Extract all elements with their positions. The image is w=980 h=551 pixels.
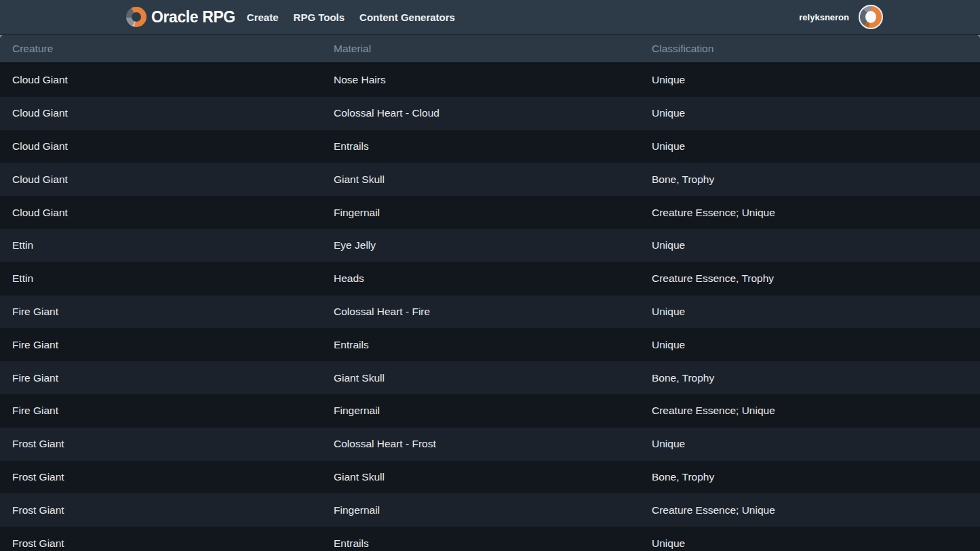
table-row: Frost Giant Giant Skull Bone, Trophy xyxy=(0,461,980,494)
cell-creature: Fire Giant xyxy=(0,328,321,361)
cell-material: Heads xyxy=(321,262,640,295)
cell-classification: Creature Essence, Trophy xyxy=(640,262,980,295)
nav-link-create[interactable]: Create xyxy=(247,12,279,23)
table-row: Fire Giant Entrails Unique xyxy=(0,328,980,361)
cell-classification: Unique xyxy=(640,527,980,551)
username-label: relyksneron xyxy=(799,12,849,22)
cell-creature: Fire Giant xyxy=(0,394,321,428)
cell-material: Giant Skull xyxy=(321,461,640,494)
table-row: Fire Giant Giant Skull Bone, Trophy xyxy=(0,361,980,394)
column-header-material: Material xyxy=(321,35,640,62)
cell-classification: Unique xyxy=(640,295,980,329)
table-row: Frost Giant Fingernail Creature Essence;… xyxy=(0,493,980,527)
table-row: Ettin Heads Creature Essence, Trophy xyxy=(0,262,980,295)
column-header-creature: Creature xyxy=(0,35,321,62)
table-row: Fire Giant Fingernail Creature Essence; … xyxy=(0,394,980,428)
nav-link-content-generators[interactable]: Content Generators xyxy=(359,12,455,23)
table-row: Frost Giant Entrails Unique xyxy=(0,527,980,551)
materials-table: Creature Material Classification Cloud G… xyxy=(0,35,980,551)
cell-creature: Cloud Giant xyxy=(0,64,321,97)
cell-material: Colossal Heart - Fire xyxy=(321,295,640,329)
brand[interactable]: Oracle RPG xyxy=(126,7,235,27)
cell-material: Entrails xyxy=(321,527,640,551)
cell-classification: Unique xyxy=(640,64,980,97)
table-row: Cloud Giant Colossal Heart - Cloud Uniqu… xyxy=(0,97,980,130)
table-row: Frost Giant Colossal Heart - Frost Uniqu… xyxy=(0,428,980,461)
cell-creature: Frost Giant xyxy=(0,527,321,551)
cell-creature: Cloud Giant xyxy=(0,163,321,196)
table-row: Cloud Giant Entrails Unique xyxy=(0,130,980,163)
table-header-row: Creature Material Classification xyxy=(0,35,980,64)
cell-creature: Ettin xyxy=(0,229,321,262)
column-header-classification: Classification xyxy=(640,35,980,62)
cell-material: Eye Jelly xyxy=(321,229,640,262)
cell-creature: Cloud Giant xyxy=(0,196,321,229)
cell-material: Nose Hairs xyxy=(321,64,640,97)
cell-creature: Frost Giant xyxy=(0,461,321,494)
cell-creature: Fire Giant xyxy=(0,361,321,394)
oracle-rpg-avatar-icon[interactable] xyxy=(859,5,883,29)
table-row: Cloud Giant Giant Skull Bone, Trophy xyxy=(0,163,980,196)
table-body: Cloud Giant Nose Hairs Unique Cloud Gian… xyxy=(0,64,980,551)
nav-link-rpg-tools[interactable]: RPG Tools xyxy=(294,12,345,23)
table-row: Fire Giant Colossal Heart - Fire Unique xyxy=(0,295,980,329)
cell-classification: Unique xyxy=(640,428,980,461)
cell-material: Fingernail xyxy=(321,394,640,428)
cell-material: Entrails xyxy=(321,328,640,361)
cell-creature: Cloud Giant xyxy=(0,130,321,163)
cell-material: Fingernail xyxy=(321,493,640,527)
navbar: Oracle RPG Create RPG Tools Content Gene… xyxy=(0,0,980,35)
cell-material: Entrails xyxy=(321,130,640,163)
brand-title: Oracle RPG xyxy=(151,8,235,26)
table-row: Cloud Giant Fingernail Creature Essence;… xyxy=(0,196,980,229)
cell-classification: Creature Essence; Unique xyxy=(640,196,980,229)
cell-material: Colossal Heart - Frost xyxy=(321,428,640,461)
cell-material: Fingernail xyxy=(321,196,640,229)
nav-links: Create RPG Tools Content Generators xyxy=(247,12,455,23)
cell-classification: Unique xyxy=(640,328,980,361)
cell-material: Giant Skull xyxy=(321,163,640,196)
table-row: Ettin Eye Jelly Unique xyxy=(0,229,980,262)
table-row: Cloud Giant Nose Hairs Unique xyxy=(0,64,980,97)
cell-classification: Bone, Trophy xyxy=(640,461,980,494)
cell-classification: Creature Essence; Unique xyxy=(640,394,980,428)
cell-material: Giant Skull xyxy=(321,361,640,394)
cell-creature: Fire Giant xyxy=(0,295,321,329)
cell-classification: Creature Essence; Unique xyxy=(640,493,980,527)
cell-creature: Cloud Giant xyxy=(0,97,321,130)
cell-classification: Unique xyxy=(640,229,980,262)
cell-classification: Bone, Trophy xyxy=(640,361,980,394)
user-menu[interactable]: relyksneron xyxy=(799,5,883,29)
cell-classification: Unique xyxy=(640,97,980,130)
cell-classification: Bone, Trophy xyxy=(640,163,980,196)
cell-creature: Frost Giant xyxy=(0,428,321,461)
cell-creature: Frost Giant xyxy=(0,493,321,527)
cell-classification: Unique xyxy=(640,130,980,163)
cell-material: Colossal Heart - Cloud xyxy=(321,97,640,130)
cell-creature: Ettin xyxy=(0,262,321,295)
oracle-rpg-logo-icon xyxy=(126,7,146,27)
